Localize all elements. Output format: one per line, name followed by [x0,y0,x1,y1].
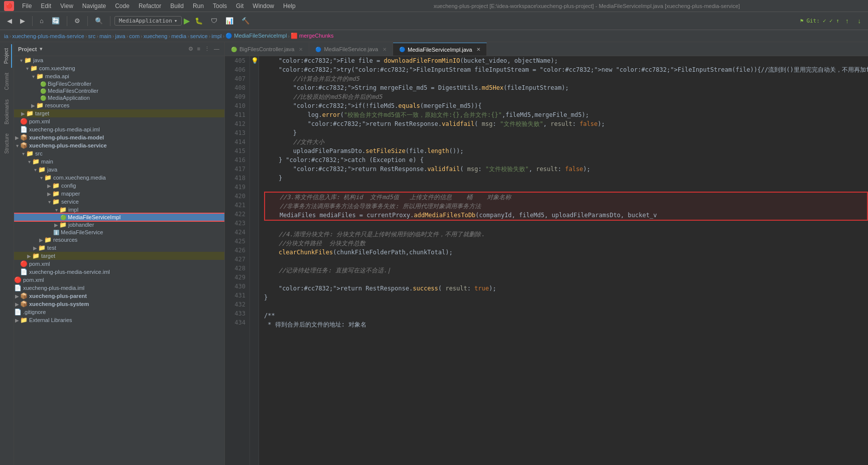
menu-build[interactable]: Build [166,2,188,11]
breadcrumb-impl[interactable]: impl [211,33,221,39]
coverage-button[interactable]: 🛡 [208,15,220,27]
code-text-417: "color:#cc7832;">return RestResponse.val… [264,165,590,174]
tree-big-files-controller[interactable]: 🟢 BigFilesController [14,80,224,87]
tree-media-api[interactable]: ▾ 📁 media.api [14,72,224,80]
breadcrumb-java[interactable]: java [115,33,125,39]
menu-file[interactable]: File [18,2,36,11]
tree-iml-service[interactable]: 📄 xuecheng-plus-media-service.iml [14,268,224,276]
menu-navigate[interactable]: Navigate [78,2,110,11]
breadcrumb-main[interactable]: main [99,33,111,39]
tree-jobhandler[interactable]: ▶ 📁 jobhandler [14,221,224,229]
menu-git[interactable]: Git [232,2,247,11]
breadcrumb-ia[interactable]: ia [4,33,9,39]
vert-tab-structure[interactable]: Structure [2,129,12,158]
tab-close-mfs[interactable]: ✕ [383,47,387,52]
run-button[interactable]: ▶ [184,16,190,26]
tab-icon-mfs: 🔵 [315,47,321,52]
profile-button[interactable]: 📊 [222,15,236,27]
tree-mapper[interactable]: ▶ 📁 mapper [14,190,224,198]
tree-parent[interactable]: ▶ 📦 xuecheng-plus-parent [14,292,224,300]
menu-items[interactable]: File Edit View Navigate Code Refactor Bu… [18,2,300,11]
menu-help[interactable]: Help [279,2,300,11]
build-project-btn[interactable]: 🔨 [238,15,253,27]
toolbar-home-btn[interactable]: ⌂ [37,15,47,27]
sidebar-icon-collapse[interactable]: ≡ [196,45,201,53]
vert-tab-bookmarks[interactable]: Bookmarks [2,95,12,128]
tree-media-service-root[interactable]: ▾ 📦 xuecheng-plus-media-service [14,141,224,149]
tree-src[interactable]: ▾ 📁 src [14,149,224,158]
tree-impl[interactable]: ▾ 📁 impl [14,206,224,214]
tree-service[interactable]: ▾ 📁 service [14,198,224,206]
sidebar-dropdown-arrow[interactable]: ▾ [40,46,43,52]
tree-media-file-service-impl[interactable]: 🟢 MediaFileServiceImpl [14,214,224,221]
breadcrumb-media[interactable]: media [171,33,186,39]
git-push-btn[interactable]: ↑ [842,15,852,27]
debug-button[interactable]: 🐛 [192,15,206,27]
tree-com-xuecheng-media[interactable]: ▾ 📁 com.xuecheng.media [14,174,224,182]
toolbar-search-btn[interactable]: 🔍 [92,15,106,27]
tree-target-2[interactable]: ▶ 📁 target [14,252,224,260]
tree-system[interactable]: ▶ 📦 xuecheng-plus-system [14,300,224,308]
tree-com-xuecheng[interactable]: ▾ 📁 com.xuecheng [14,64,224,72]
tree-iml-1[interactable]: 📄 xuecheng-plus-media-api.iml [14,125,224,133]
menu-tools[interactable]: Tools [209,2,231,11]
tree-pom-root[interactable]: 🔴 pom.xml [14,276,224,284]
toolbar-settings-btn[interactable]: ⚙ [71,15,83,27]
git-pull-btn[interactable]: ↓ [855,15,864,27]
code-text-414: //文件大小 [264,137,324,146]
tab-media-file-service-impl[interactable]: 🔵 MediaFileServiceImpl.java ✕ [393,43,487,56]
tree-java-2[interactable]: ▾ 📁 java [14,166,224,174]
tab-big-files-controller[interactable]: 🟢 BigFilesController.java ✕ [225,43,309,56]
tree-resources-1[interactable]: ▶ 📁 resources [14,101,224,109]
breadcrumb-service2[interactable]: service [190,33,208,39]
tree-media-application[interactable]: 🟢 MediaApplication [14,94,224,101]
tree-test[interactable]: ▶ 📁 test [14,244,224,252]
breadcrumb-class[interactable]: 🔵 MediaFileServiceImpl [225,33,287,39]
tree-gitignore[interactable]: 📄 .gitignore [14,308,224,316]
sidebar-icon-settings[interactable]: ⚙ [187,45,194,53]
sidebar-icon-options[interactable]: ⋮ [203,45,211,53]
toolbar-back-btn[interactable]: ◀ [4,15,15,27]
breadcrumb-xuecheng[interactable]: xuecheng [144,33,168,39]
code-line-430: "color:#cc7832;">return RestResponse.suc… [264,284,868,293]
folder-icon-xuecheng: 📁 [30,65,38,72]
tree-media-model[interactable]: ▶ 📦 xuecheng-plus-media-model [14,133,224,141]
breadcrumb-com[interactable]: com [129,33,140,39]
menu-window[interactable]: Window [249,2,278,11]
code-content[interactable]: "color:#cc7832;">File file = downloadFil… [259,56,868,465]
tree-iml-root[interactable]: 📄 xuecheng-plus-media.iml [14,284,224,292]
vert-tab-commit[interactable]: Commit [2,69,12,94]
tree-pom-service[interactable]: 🔴 pom.xml [14,260,224,268]
tree-config[interactable]: ▶ 📁 config [14,182,224,190]
tree-java[interactable]: ▾ 📁 java [14,56,224,64]
folder-icon-model: 📦 [20,134,28,141]
tab-close-mfsi[interactable]: ✕ [476,47,480,52]
breadcrumb-service[interactable]: xuecheng-plus-media-service [12,33,84,39]
tree-pom-1[interactable]: 🔴 pom.xml [14,117,224,125]
vert-tab-project[interactable]: Project [2,44,12,68]
tab-close-bigfiles[interactable]: ✕ [299,47,303,52]
menu-code[interactable]: Code [111,2,134,11]
toolbar-forward-btn[interactable]: ▶ [17,15,28,27]
tree-main[interactable]: ▾ 📁 main [14,158,224,166]
sidebar-icon-close[interactable]: — [213,45,220,53]
class-icon-mediaapp: 🟢 [40,95,46,101]
toolbar: ◀ ▶ ⌂ 🔄 ⚙ 🔍 MediaApplication ▾ ▶ 🐛 🛡 📊 🔨… [0,12,868,30]
toolbar-sync-btn[interactable]: 🔄 [49,15,63,27]
menu-run[interactable]: Run [189,2,208,11]
tree-resources-2[interactable]: ▶ 📁 resources [14,236,224,244]
tree-media-files-controller[interactable]: 🟢 MediaFilesController [14,87,224,94]
menu-refactor[interactable]: Refactor [135,2,165,11]
menu-view[interactable]: View [56,2,77,11]
tab-media-file-service[interactable]: 🔵 MediaFileService.java ✕ [309,43,393,56]
pom-icon-service: 🔴 [20,260,28,267]
tree-media-file-service[interactable]: ℹ️ MediaFileService [14,229,224,236]
breadcrumb-src[interactable]: src [88,33,96,39]
breadcrumb-method[interactable]: 🟥 mergeChunks [291,33,334,39]
tree-target-1[interactable]: ▶ 📁 target [14,109,224,117]
tree-external-libs[interactable]: ▶ 📁 External Libraries [14,316,224,324]
menu-edit[interactable]: Edit [37,2,55,11]
run-config-selector[interactable]: MediaApplication ▾ [114,16,182,26]
code-line-409: //比较原始的md5和合并后的md5 [264,92,868,101]
folder-icon-resources1: 📁 [36,102,44,109]
